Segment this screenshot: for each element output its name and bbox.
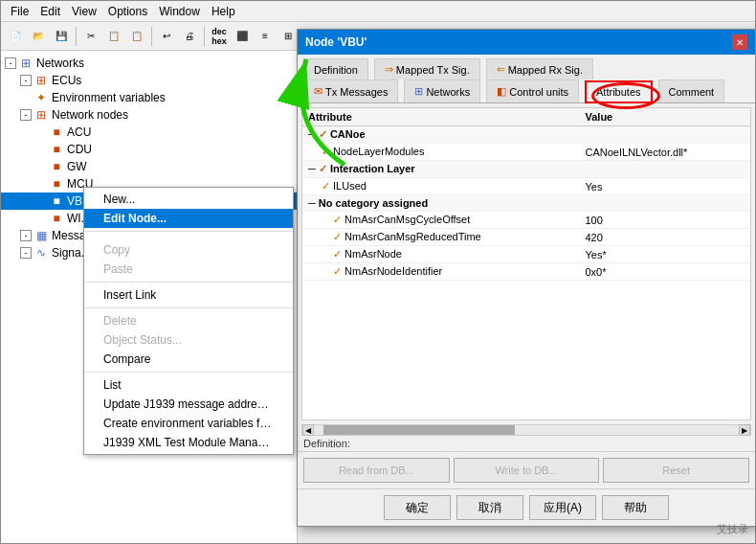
toolbar-b2[interactable]: ⬛	[232, 26, 253, 47]
attr-il-expand[interactable]: ─ ✓ Interaction Layer	[302, 161, 580, 178]
apply-button[interactable]: 应用(A)	[529, 495, 596, 520]
tab-mapped-rx[interactable]: ⇐ Mapped Rx Sig.	[486, 58, 593, 79]
tree-item-cdu[interactable]: ■ CDU	[1, 141, 297, 158]
horizontal-scrollbar[interactable]: ◀ ▶	[301, 424, 751, 436]
attr-nca-expand[interactable]: ─ No category assigned	[302, 195, 580, 212]
check-icon-il: ✓	[319, 163, 327, 174]
table-row: ✓ NmAsrNodeIdentifier 0x0*	[302, 263, 750, 281]
msg-icon: ✉	[314, 85, 322, 98]
expand-signa[interactable]: -	[20, 247, 32, 259]
attr-reduced-cell: ✓ NmAsrCanMsgReducedTime	[302, 229, 580, 246]
attr-node-label: NmAsrNode	[345, 248, 402, 260]
menu-edit[interactable]: Edit	[34, 3, 66, 20]
tree-item-networks[interactable]: - ⊞ Networks	[1, 55, 297, 72]
table-row: ✓ ILUsed Yes	[302, 178, 750, 195]
check-icon-cycle: ✓	[333, 214, 342, 225]
ctx-list[interactable]: Compare	[84, 350, 293, 369]
attr-ilused-cell: ✓ ILUsed	[302, 178, 580, 195]
attr-cycle-cell: ✓ NmAsrCanMsgCycleOffset	[302, 212, 580, 229]
toolbar-new[interactable]: 📄	[5, 26, 26, 47]
icon-network: ⊞	[18, 56, 33, 71]
tab-control-units-label: Control units	[509, 86, 568, 98]
attr-nodeid-cell: ✓ NmAsrNodeIdentifier	[302, 263, 580, 281]
ctx-j1939-xml: Create environment variables fo...	[84, 414, 293, 433]
toolbar-b4[interactable]: ⊞	[278, 26, 299, 47]
tab-tx-messages[interactable]: ✉ Tx Messages	[303, 79, 398, 102]
expand-messa[interactable]: -	[20, 230, 32, 241]
menu-file[interactable]: File	[5, 3, 34, 20]
toolbar-b1[interactable]: dechex	[209, 26, 230, 47]
toolbar-sep3	[204, 27, 205, 46]
label-network-nodes: Network nodes	[52, 108, 128, 122]
scroll-right-arrow[interactable]: ▶	[739, 424, 750, 436]
label-cdu: CDU	[67, 143, 92, 156]
icon-acu: ■	[49, 125, 64, 140]
toolbar-save[interactable]: 💾	[51, 26, 72, 47]
tab-definition[interactable]: Definition	[303, 58, 368, 79]
write-to-db-button[interactable]: Write to DB...	[454, 458, 600, 483]
tab-comment[interactable]: Comment	[658, 79, 725, 102]
icon-vbu: ■	[49, 193, 64, 209]
label-gw: GW	[67, 160, 87, 173]
table-row: ✓ NmAsrCanMsgCycleOffset 100	[302, 212, 750, 229]
tree-item-env-vars[interactable]: ✦ Environment variables	[1, 89, 297, 106]
attributes-table-container[interactable]: Attribute Value ─ ✓ CANoe ✓	[301, 107, 751, 420]
ctx-edit-node[interactable]: Edit Node...	[84, 209, 293, 228]
toolbar-b3[interactable]: ≡	[255, 26, 276, 47]
toolbar-print[interactable]: 🖨	[179, 26, 200, 47]
attr-nlm-label: NodeLayerModules	[333, 146, 424, 157]
icon-wi: ■	[49, 211, 64, 226]
tx-icon: ⇒	[385, 63, 393, 76]
ok-button[interactable]: 确定	[384, 495, 451, 520]
icon-messa: ▦	[33, 228, 49, 243]
check-icon-nlm: ✓	[322, 146, 330, 157]
scrollbar-thumb[interactable]	[323, 425, 515, 435]
tab-networks[interactable]: ⊞ Networks	[404, 79, 480, 102]
toolbar-undo[interactable]: ↩	[156, 26, 177, 47]
menu-view[interactable]: View	[66, 3, 102, 20]
attr-canoe-expand[interactable]: ─ ✓ CANoe	[302, 126, 580, 144]
expand-ecus[interactable]: -	[20, 75, 32, 86]
dialog-title: Node 'VBU'	[305, 35, 367, 49]
reset-button[interactable]: Reset	[603, 458, 749, 483]
menu-help[interactable]: Help	[206, 3, 241, 20]
ctx-compare: Object Status...	[84, 330, 293, 350]
dialog-tab-row1: Definition ⇒ Mapped Tx Sig. ⇐ Mapped Rx …	[298, 55, 755, 79]
ctrl-icon: ◧	[497, 85, 506, 98]
attr-node-cell: ✓ NmAsrNode	[302, 246, 580, 263]
expand-nodes[interactable]: -	[20, 109, 32, 121]
toolbar-open[interactable]: 📂	[28, 26, 49, 47]
ctx-object-status: Delete	[84, 311, 293, 330]
minus-icon-il: ─	[308, 163, 316, 174]
attr-canoe-value	[580, 126, 751, 144]
tab-control-units[interactable]: ◧ Control units	[486, 79, 579, 102]
read-from-db-button[interactable]: Read from DB...	[303, 458, 450, 483]
dialog-close-button[interactable]: ✕	[732, 34, 747, 50]
tree-item-ecus[interactable]: - ⊞ ECUs	[1, 72, 297, 89]
menu-options[interactable]: Options	[102, 3, 153, 20]
tab-mapped-tx[interactable]: ⇒ Mapped Tx Sig.	[374, 58, 480, 79]
scroll-left-arrow[interactable]: ◀	[302, 424, 314, 436]
expand-networks[interactable]: -	[5, 57, 16, 69]
tree-item-gw[interactable]: ■ GW	[1, 158, 297, 175]
tree-item-network-nodes[interactable]: - ⊞ Network nodes	[1, 106, 297, 124]
ctx-update-j1939: List	[84, 375, 293, 395]
ctx-delete[interactable]: Insert Link	[84, 285, 293, 305]
cancel-button[interactable]: 取消	[456, 495, 523, 520]
label-networks: Networks	[36, 57, 84, 70]
net-icon: ⊞	[414, 85, 423, 98]
toolbar-copy[interactable]: 📋	[103, 26, 124, 47]
attr-node-value: Yes*	[580, 246, 751, 263]
menu-window[interactable]: Window	[153, 3, 206, 20]
tab-attributes[interactable]: Attributes	[585, 80, 652, 103]
dialog-tab-row2: ✉ Tx Messages ⊞ Networks ◧ Control units…	[298, 79, 755, 103]
ctx-new[interactable]: New...	[84, 190, 293, 209]
table-header-row: Attribute Value	[302, 108, 750, 126]
toolbar-paste[interactable]: 📋	[126, 26, 147, 47]
toolbar-cut[interactable]: ✂	[80, 26, 101, 47]
ctx-sep3	[84, 307, 293, 308]
table-row: ✓ NmAsrCanMsgReducedTime 420	[302, 229, 750, 246]
tree-item-acu[interactable]: ■ ACU	[1, 124, 297, 141]
help-button[interactable]: 帮助	[602, 495, 669, 520]
attr-nca-value	[580, 195, 751, 212]
